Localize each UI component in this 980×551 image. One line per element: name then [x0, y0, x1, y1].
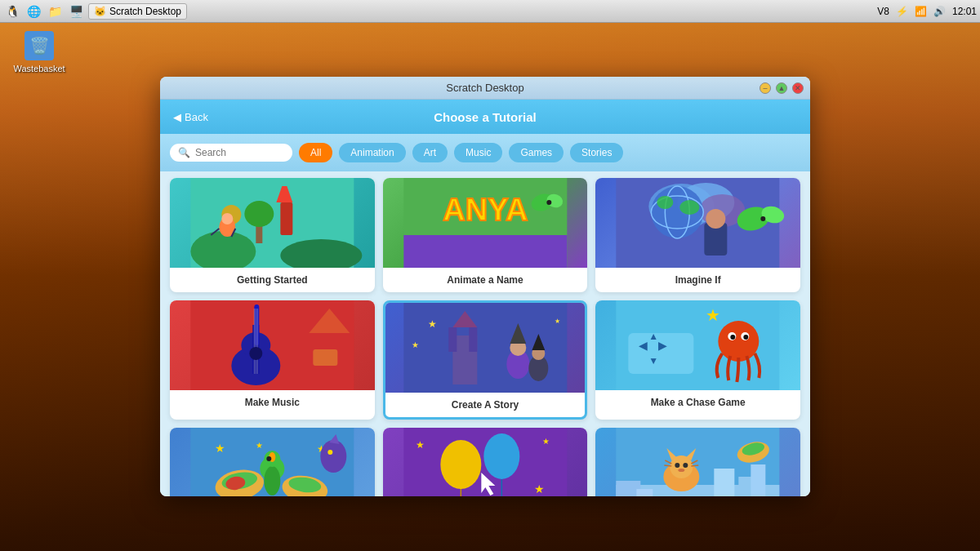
window-close-btn[interactable]: ✕	[792, 82, 804, 94]
tutorial-card-make-fly[interactable]: Make it Fly	[595, 428, 800, 496]
svg-rect-46	[469, 327, 477, 352]
taskbar-left: 🐧 🌐 📁 🖥️ 🐱 Scratch Desktop	[3, 2, 187, 20]
svg-rect-97	[715, 469, 735, 496]
svg-text:★: ★	[428, 318, 437, 330]
search-icon: 🔍	[178, 147, 190, 158]
desktop-icon-wastebasket[interactable]: 🗑️ Wastebasket	[15, 31, 64, 73]
svg-text:★: ★	[555, 318, 560, 325]
tutorial-card-imagine-if[interactable]: Imagine If	[595, 178, 800, 292]
tutorial-label-make-music: Make Music	[170, 390, 375, 415]
taskbar-time: 12:01	[952, 6, 977, 17]
header-bar: ◀ Back Choose a Tutorial	[160, 100, 810, 134]
back-label: Back	[185, 111, 208, 123]
tutorial-thumb-animate-name: ANYA	[383, 178, 588, 268]
tutorial-label-getting-started: Getting Started	[170, 268, 375, 292]
header-title: Choose a Tutorial	[434, 110, 537, 124]
tutorial-card-chase-game[interactable]: ◀ ▶ ▲ ▼	[595, 300, 800, 420]
svg-rect-6	[280, 202, 292, 235]
svg-text:★: ★	[416, 439, 425, 451]
tutorial-card-animate-char[interactable]: ★ ★ ★	[170, 428, 375, 496]
tutorial-thumb-animate-char: ★ ★ ★	[170, 428, 375, 496]
scratch-window: Scratch Desktop – ▲ ✕ ◀ Back Choose a Tu…	[160, 77, 810, 496]
taskbar-scratch-label: Scratch Desktop	[109, 6, 181, 17]
filter-music-button[interactable]: Music	[454, 143, 502, 162]
window-minimize-btn[interactable]: –	[760, 82, 771, 94]
search-input[interactable]	[195, 147, 277, 158]
svg-text:▲: ▲	[649, 331, 659, 342]
svg-text:◀: ◀	[639, 339, 648, 352]
svg-rect-45	[448, 327, 457, 352]
svg-rect-36	[254, 304, 259, 345]
svg-point-108	[679, 469, 685, 472]
svg-text:▶: ▶	[659, 339, 668, 352]
svg-point-31	[761, 216, 766, 221]
taskbar-scratch-icon: 🐱	[94, 6, 106, 17]
svg-line-112	[692, 465, 699, 466]
svg-rect-99	[751, 464, 766, 496]
filter-stories-button[interactable]: Stories	[570, 143, 623, 162]
filter-games-button[interactable]: Games	[509, 143, 564, 162]
svg-point-89	[483, 433, 519, 479]
tutorial-card-make-music[interactable]: Make Music	[170, 300, 375, 420]
svg-text:ANYA: ANYA	[443, 193, 528, 227]
svg-point-82	[266, 456, 271, 461]
tutorial-thumb-clicker-game: ★ ★ ★	[383, 428, 588, 496]
tutorial-label-chase-game: Make a Chase Game	[595, 390, 800, 415]
back-button[interactable]: ◀ Back	[173, 111, 208, 123]
svg-point-79	[264, 466, 280, 495]
svg-text:★: ★	[706, 306, 721, 324]
tutorial-thumb-create-story: ★ ★ ★	[385, 303, 586, 393]
taskbar-right: V8 ⚡ 📶 🔊 12:01	[877, 6, 977, 17]
svg-point-63	[719, 321, 760, 362]
taskbar-system-icon-2[interactable]: 🌐	[24, 2, 42, 20]
filter-animation-button[interactable]: Animation	[339, 143, 405, 162]
filter-bar: 🔍 All Animation Art Music Games Stories	[160, 134, 810, 171]
window-maximize-btn[interactable]: ▲	[776, 82, 787, 94]
filter-all-button[interactable]: All	[299, 143, 332, 162]
svg-rect-13	[403, 235, 567, 268]
svg-text:★: ★	[215, 442, 225, 455]
taskbar-scratch-app[interactable]: 🐱 Scratch Desktop	[88, 3, 187, 20]
search-box[interactable]: 🔍	[170, 144, 292, 162]
svg-point-25	[657, 196, 674, 209]
svg-point-9	[221, 213, 233, 224]
svg-point-66	[731, 335, 736, 340]
taskbar: 🐧 🌐 📁 🖥️ 🐱 Scratch Desktop V8 ⚡ 📶 🔊 12:0…	[0, 0, 980, 23]
window-titlebar: Scratch Desktop – ▲ ✕	[160, 77, 810, 100]
filter-art-button[interactable]: Art	[412, 143, 448, 162]
svg-point-40	[249, 347, 262, 360]
svg-point-83	[320, 440, 346, 473]
svg-point-106	[675, 463, 680, 468]
svg-point-17	[546, 200, 551, 205]
svg-rect-42	[313, 349, 337, 366]
svg-point-26	[680, 200, 700, 215]
taskbar-keyboard-icon: V8	[877, 6, 889, 17]
tutorial-thumb-make-fly	[595, 428, 800, 496]
svg-point-87	[440, 440, 481, 489]
tutorial-label-animate-name: Animate a Name	[383, 268, 588, 292]
wastebasket-label: Wastebasket	[13, 64, 65, 73]
back-arrow-icon: ◀	[173, 111, 181, 123]
window-title: Scratch Desktop	[446, 82, 523, 94]
taskbar-wifi-icon: 📶	[915, 6, 927, 17]
taskbar-system-icon-1[interactable]: 🐧	[3, 2, 21, 20]
tutorial-card-animate-name[interactable]: ANYA Animate a Name	[383, 178, 588, 292]
taskbar-terminal-icon[interactable]: 🖥️	[67, 2, 85, 20]
tutorial-label-imagine-if: Imagine If	[595, 268, 800, 292]
svg-text:★: ★	[542, 437, 550, 446]
taskbar-volume-icon: 🔊	[933, 6, 946, 17]
content-area[interactable]: Getting Started ANYA Animate a Name	[160, 171, 810, 496]
tutorial-label-create-story: Create A Story	[385, 393, 586, 417]
tutorial-card-getting-started[interactable]: Getting Started	[170, 178, 375, 292]
taskbar-system-icon-3[interactable]: 📁	[46, 2, 64, 20]
wastebasket-icon: 🗑️	[24, 31, 54, 60]
svg-point-4	[244, 201, 274, 227]
tutorial-card-clicker-game[interactable]: ★ ★ ★ Make a Clicker Game	[383, 428, 588, 496]
tutorial-thumb-chase-game: ◀ ▶ ▲ ▼	[595, 300, 800, 390]
svg-text:★: ★	[256, 441, 263, 450]
svg-line-110	[665, 465, 672, 466]
tutorial-thumb-getting-started	[170, 178, 375, 268]
window-controls: – ▲ ✕	[760, 82, 804, 94]
tutorial-card-create-story[interactable]: ★ ★ ★ Create A Story	[383, 300, 588, 420]
svg-point-107	[684, 463, 688, 468]
